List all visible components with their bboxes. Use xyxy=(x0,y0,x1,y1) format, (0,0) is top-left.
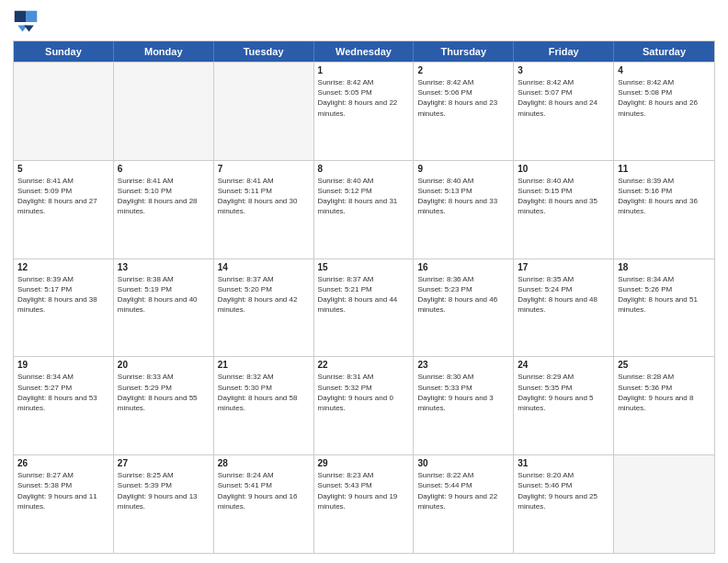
cell-info: Sunrise: 8:22 AM Sunset: 5:44 PM Dayligh… xyxy=(417,470,509,511)
day-number: 16 xyxy=(417,262,509,272)
calendar-cell: 3Sunrise: 8:42 AM Sunset: 5:07 PM Daylig… xyxy=(514,63,614,160)
day-number: 24 xyxy=(518,360,609,370)
day-number: 4 xyxy=(618,65,711,75)
calendar-cell: 28Sunrise: 8:24 AM Sunset: 5:41 PM Dayli… xyxy=(214,455,314,553)
calendar-day-header: Friday xyxy=(514,41,614,62)
calendar-cell xyxy=(214,63,314,160)
cell-info: Sunrise: 8:36 AM Sunset: 5:23 PM Dayligh… xyxy=(417,274,509,316)
calendar-cell xyxy=(14,63,114,160)
cell-info: Sunrise: 8:34 AM Sunset: 5:27 PM Dayligh… xyxy=(17,372,109,413)
calendar-day-header: Monday xyxy=(114,41,214,62)
day-number: 27 xyxy=(118,458,210,468)
day-number: 22 xyxy=(318,360,410,370)
svg-rect-1 xyxy=(15,11,26,22)
calendar: SundayMondayTuesdayWednesdayThursdayFrid… xyxy=(13,40,715,554)
day-number: 1 xyxy=(318,65,410,75)
calendar-cell: 15Sunrise: 8:37 AM Sunset: 5:21 PM Dayli… xyxy=(314,259,415,357)
day-number: 21 xyxy=(218,360,310,370)
calendar-cell xyxy=(114,63,214,160)
cell-info: Sunrise: 8:37 AM Sunset: 5:20 PM Dayligh… xyxy=(218,274,310,316)
cell-info: Sunrise: 8:40 AM Sunset: 5:12 PM Dayligh… xyxy=(318,176,410,217)
cell-info: Sunrise: 8:42 AM Sunset: 5:08 PM Dayligh… xyxy=(618,77,711,119)
calendar-week-row: 1Sunrise: 8:42 AM Sunset: 5:05 PM Daylig… xyxy=(14,62,714,160)
calendar-cell: 22Sunrise: 8:31 AM Sunset: 5:32 PM Dayli… xyxy=(314,357,415,454)
day-number: 17 xyxy=(518,262,609,272)
cell-info: Sunrise: 8:33 AM Sunset: 5:29 PM Dayligh… xyxy=(118,372,210,413)
day-number: 7 xyxy=(218,164,310,174)
day-number: 10 xyxy=(518,164,609,174)
day-number: 8 xyxy=(318,164,410,174)
cell-info: Sunrise: 8:24 AM Sunset: 5:41 PM Dayligh… xyxy=(218,470,310,511)
day-number: 26 xyxy=(17,458,109,468)
day-number: 9 xyxy=(417,164,509,174)
day-number: 25 xyxy=(618,360,711,370)
calendar-day-header: Tuesday xyxy=(214,41,314,62)
calendar-cell: 12Sunrise: 8:39 AM Sunset: 5:17 PM Dayli… xyxy=(14,259,114,357)
header xyxy=(13,9,715,35)
day-number: 3 xyxy=(518,65,609,75)
cell-info: Sunrise: 8:41 AM Sunset: 5:09 PM Dayligh… xyxy=(17,176,109,217)
cell-info: Sunrise: 8:42 AM Sunset: 5:06 PM Dayligh… xyxy=(417,77,509,119)
calendar-cell: 16Sunrise: 8:36 AM Sunset: 5:23 PM Dayli… xyxy=(414,259,514,357)
calendar-body: 1Sunrise: 8:42 AM Sunset: 5:05 PM Daylig… xyxy=(14,62,714,553)
day-number: 23 xyxy=(417,360,509,370)
cell-info: Sunrise: 8:28 AM Sunset: 5:36 PM Dayligh… xyxy=(618,372,711,413)
cell-info: Sunrise: 8:40 AM Sunset: 5:13 PM Dayligh… xyxy=(417,176,509,217)
day-number: 14 xyxy=(218,262,310,272)
cell-info: Sunrise: 8:34 AM Sunset: 5:26 PM Dayligh… xyxy=(618,274,711,316)
day-number: 2 xyxy=(417,65,509,75)
calendar-week-row: 19Sunrise: 8:34 AM Sunset: 5:27 PM Dayli… xyxy=(14,356,714,454)
day-number: 11 xyxy=(618,164,711,174)
day-number: 28 xyxy=(218,458,310,468)
day-number: 15 xyxy=(318,262,410,272)
cell-info: Sunrise: 8:32 AM Sunset: 5:30 PM Dayligh… xyxy=(218,372,310,413)
cell-info: Sunrise: 8:42 AM Sunset: 5:07 PM Dayligh… xyxy=(518,77,609,119)
calendar-cell: 14Sunrise: 8:37 AM Sunset: 5:20 PM Dayli… xyxy=(214,259,314,357)
calendar-week-row: 26Sunrise: 8:27 AM Sunset: 5:38 PM Dayli… xyxy=(14,454,714,553)
calendar-cell: 20Sunrise: 8:33 AM Sunset: 5:29 PM Dayli… xyxy=(114,357,214,454)
day-number: 6 xyxy=(118,164,210,174)
cell-info: Sunrise: 8:39 AM Sunset: 5:16 PM Dayligh… xyxy=(618,176,711,217)
day-number: 5 xyxy=(17,164,109,174)
calendar-cell: 18Sunrise: 8:34 AM Sunset: 5:26 PM Dayli… xyxy=(614,259,714,357)
calendar-cell: 8Sunrise: 8:40 AM Sunset: 5:12 PM Daylig… xyxy=(314,161,415,259)
cell-info: Sunrise: 8:37 AM Sunset: 5:21 PM Dayligh… xyxy=(318,274,410,316)
calendar-cell: 5Sunrise: 8:41 AM Sunset: 5:09 PM Daylig… xyxy=(14,161,114,259)
cell-info: Sunrise: 8:40 AM Sunset: 5:15 PM Dayligh… xyxy=(518,176,609,217)
day-number: 29 xyxy=(318,458,410,468)
calendar-cell: 9Sunrise: 8:40 AM Sunset: 5:13 PM Daylig… xyxy=(414,161,514,259)
cell-info: Sunrise: 8:31 AM Sunset: 5:32 PM Dayligh… xyxy=(318,372,410,413)
calendar-cell: 2Sunrise: 8:42 AM Sunset: 5:06 PM Daylig… xyxy=(414,63,514,160)
logo xyxy=(13,9,42,35)
calendar-cell: 31Sunrise: 8:20 AM Sunset: 5:46 PM Dayli… xyxy=(514,455,614,553)
cell-info: Sunrise: 8:35 AM Sunset: 5:24 PM Dayligh… xyxy=(518,274,609,316)
calendar-day-header: Wednesday xyxy=(314,41,415,62)
page: SundayMondayTuesdayWednesdayThursdayFrid… xyxy=(0,0,728,563)
calendar-cell: 10Sunrise: 8:40 AM Sunset: 5:15 PM Dayli… xyxy=(514,161,614,259)
cell-info: Sunrise: 8:29 AM Sunset: 5:35 PM Dayligh… xyxy=(518,372,609,413)
calendar-cell: 21Sunrise: 8:32 AM Sunset: 5:30 PM Dayli… xyxy=(214,357,314,454)
day-number: 13 xyxy=(118,262,210,272)
calendar-cell: 7Sunrise: 8:41 AM Sunset: 5:11 PM Daylig… xyxy=(214,161,314,259)
calendar-cell: 6Sunrise: 8:41 AM Sunset: 5:10 PM Daylig… xyxy=(114,161,214,259)
day-number: 18 xyxy=(618,262,711,272)
cell-info: Sunrise: 8:38 AM Sunset: 5:19 PM Dayligh… xyxy=(118,274,210,316)
calendar-cell: 27Sunrise: 8:25 AM Sunset: 5:39 PM Dayli… xyxy=(114,455,214,553)
svg-rect-2 xyxy=(26,11,37,22)
logo-icon xyxy=(13,9,39,35)
calendar-cell: 24Sunrise: 8:29 AM Sunset: 5:35 PM Dayli… xyxy=(514,357,614,454)
cell-info: Sunrise: 8:27 AM Sunset: 5:38 PM Dayligh… xyxy=(17,470,109,511)
calendar-day-header: Saturday xyxy=(614,41,714,62)
calendar-cell: 30Sunrise: 8:22 AM Sunset: 5:44 PM Dayli… xyxy=(414,455,514,553)
day-number: 30 xyxy=(417,458,509,468)
calendar-cell: 25Sunrise: 8:28 AM Sunset: 5:36 PM Dayli… xyxy=(614,357,714,454)
calendar-cell xyxy=(614,455,714,553)
calendar-cell: 11Sunrise: 8:39 AM Sunset: 5:16 PM Dayli… xyxy=(614,161,714,259)
calendar-day-header: Thursday xyxy=(414,41,514,62)
cell-info: Sunrise: 8:39 AM Sunset: 5:17 PM Dayligh… xyxy=(17,274,109,316)
day-number: 20 xyxy=(118,360,210,370)
calendar-cell: 4Sunrise: 8:42 AM Sunset: 5:08 PM Daylig… xyxy=(614,63,714,160)
calendar-cell: 13Sunrise: 8:38 AM Sunset: 5:19 PM Dayli… xyxy=(114,259,214,357)
calendar-header-row: SundayMondayTuesdayWednesdayThursdayFrid… xyxy=(14,41,714,62)
day-number: 12 xyxy=(17,262,109,272)
